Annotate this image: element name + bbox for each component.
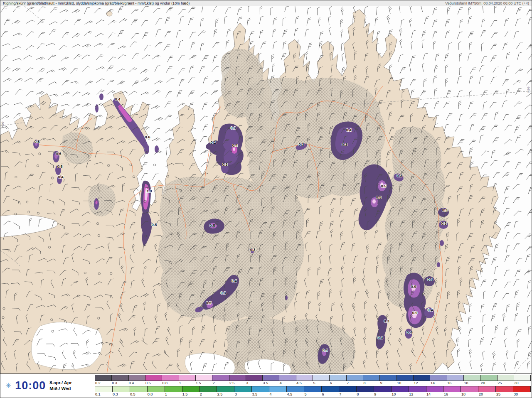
graticule-label: N99 bbox=[527, 86, 530, 93]
legend-color-cell bbox=[514, 375, 530, 381]
island-grimsey bbox=[106, 11, 112, 16]
precip-value-label: 0.3 bbox=[298, 142, 304, 147]
legend-value-label: 12 bbox=[414, 381, 430, 386]
legend-value-label: 8 bbox=[356, 392, 374, 397]
precip-value-label: 0.3 bbox=[342, 142, 347, 147]
legend-color-cell bbox=[461, 386, 478, 392]
legend-color-cell bbox=[229, 375, 246, 381]
precip-value-label: 0.3 bbox=[222, 162, 227, 167]
precip-value-label: 0.9 bbox=[411, 284, 416, 289]
legend-color-cell bbox=[286, 386, 304, 392]
legend-value-label: 0.2 bbox=[95, 381, 111, 386]
precip-value-label: 0.3 bbox=[220, 290, 226, 295]
precip-value-label: 0.6 bbox=[145, 135, 150, 139]
precip-value-label: 0.4 bbox=[406, 330, 412, 334]
legend-color-cell bbox=[179, 375, 195, 381]
legend-value-label: 3.5 bbox=[252, 392, 269, 397]
precip-value-label: 0.3 bbox=[442, 208, 447, 212]
precip-value-label: 0.5 bbox=[151, 222, 157, 227]
time-panel: ✳ 10:00 8.apr./ Apr Mið./ Wed bbox=[0, 374, 95, 398]
rain-showers-scale: 0.10.30.50.811.522.533.544.5567891012141… bbox=[95, 386, 531, 397]
legend-value-label: 0.4 bbox=[128, 381, 145, 386]
map-area[interactable]: 0.40.80.60.50.40.60.30.20.40.30.30.40.31… bbox=[0, 6, 532, 374]
legend-color-cell bbox=[200, 386, 217, 392]
legend-value-label: 0.5 bbox=[145, 381, 162, 386]
legend-color-cell bbox=[480, 375, 497, 381]
legend-color-cell bbox=[128, 375, 145, 381]
legend-color-cell bbox=[262, 375, 279, 381]
date-line-month: 8.apr./ Apr bbox=[49, 380, 71, 386]
legend-value-label: 0.8 bbox=[147, 392, 165, 397]
legend-value-label: 7 bbox=[346, 381, 363, 386]
legend-value-label: 16 bbox=[447, 381, 463, 386]
legend-value-label: 8 bbox=[363, 381, 380, 386]
precip-value-label: 0.5 bbox=[57, 164, 63, 169]
precip-value-label: 0.4 bbox=[231, 278, 237, 283]
precip-value-label: 0.5 bbox=[209, 223, 215, 228]
legend-value-label: 1 bbox=[165, 392, 182, 397]
legend-value-label: 4 bbox=[279, 381, 296, 386]
legend-color-cell bbox=[356, 386, 374, 392]
map-title: Rigning/skúrir (grænt/blátt/rautt - mm/1… bbox=[3, 1, 190, 5]
legend-color-cell bbox=[95, 386, 112, 392]
precip-value-label: 0.8 bbox=[34, 139, 39, 144]
legend-color-cell bbox=[478, 386, 495, 392]
legend-value-label: 2 bbox=[212, 381, 229, 386]
legend-value-label: 3 bbox=[246, 381, 262, 386]
legend-color-cell bbox=[409, 386, 426, 392]
legend-color-cell bbox=[430, 375, 446, 381]
legend-value-label: 2.5 bbox=[217, 392, 234, 397]
legend-color-cell bbox=[447, 375, 463, 381]
legend-value-label: 0.3 bbox=[112, 392, 130, 397]
legend-color-cell bbox=[374, 386, 391, 392]
legend-color-cell bbox=[112, 386, 130, 392]
map-source-timestamp: Veðurstofan/HM750m: 08.04.2020 06:00 UTC… bbox=[445, 1, 529, 5]
legend-value-label: 25 bbox=[497, 381, 514, 386]
legend-color-cell bbox=[513, 386, 530, 392]
legend-value-label: 16 bbox=[443, 392, 461, 397]
legend-value-label: 30 bbox=[514, 381, 531, 386]
legend-bar: ✳ 10:00 8.apr./ Apr Mið./ Wed 0.20.30.40… bbox=[0, 373, 532, 398]
title-bar: Rigning/skúrir (grænt/blátt/rautt - mm/1… bbox=[0, 0, 532, 6]
legend-color-cell bbox=[443, 386, 461, 392]
precip-value-label: 0.4 bbox=[58, 174, 64, 179]
legend-color-cell bbox=[391, 386, 409, 392]
precip-value-label: 0.2 bbox=[210, 140, 216, 145]
legend-value-label: 12 bbox=[409, 392, 426, 397]
legend-color-cell bbox=[339, 386, 356, 392]
precip-value-label: 0.6 bbox=[56, 151, 61, 156]
precip-value-label: 0.5 bbox=[206, 300, 212, 305]
precip-value-label: 0.5 bbox=[381, 184, 387, 188]
precip-value-label: 0.3 bbox=[441, 221, 446, 226]
precip-value-label: 1.0 bbox=[146, 189, 152, 193]
legend-color-cell bbox=[321, 386, 339, 392]
valid-time: 10:00 bbox=[15, 379, 46, 392]
legend-color-cell bbox=[279, 375, 296, 381]
sleet-snow-scale: 0.20.30.40.50.811.522.533.544.5567891012… bbox=[95, 375, 531, 386]
legend-value-label: 10 bbox=[397, 381, 413, 386]
legend-value-label: 7 bbox=[339, 392, 356, 397]
legend-value-label: 14 bbox=[430, 381, 447, 386]
legend-color-cell bbox=[165, 386, 182, 392]
legend-color-cell bbox=[147, 386, 165, 392]
legend-color-cell bbox=[304, 386, 321, 392]
legend-color-cell bbox=[497, 375, 514, 381]
legend-color-cell bbox=[111, 375, 128, 381]
precip-value-label: 0.9 bbox=[412, 310, 417, 315]
compass-icon: ✳ bbox=[5, 382, 11, 389]
precip-value-label: 0.3 bbox=[230, 125, 236, 130]
precip-value-label: 0.4 bbox=[322, 348, 328, 352]
legend-value-label: 1.5 bbox=[195, 381, 212, 386]
legend-value-label: 20 bbox=[480, 381, 497, 386]
legend-color-cell bbox=[363, 375, 379, 381]
legend-value-label: 6 bbox=[321, 392, 339, 397]
legend-value-label: 1 bbox=[179, 381, 195, 386]
precip-value-label: 0.4 bbox=[115, 97, 121, 101]
legend-value-label: 0.5 bbox=[130, 392, 147, 397]
legend-value-label: 25 bbox=[496, 392, 513, 397]
legend-value-label: 20 bbox=[478, 392, 496, 397]
legend-color-cell bbox=[463, 375, 480, 381]
legend-color-cell bbox=[162, 375, 178, 381]
precip-value-label: 0.3 bbox=[377, 335, 383, 340]
color-scales: 0.20.30.40.50.811.522.533.544.5567891012… bbox=[95, 374, 532, 398]
